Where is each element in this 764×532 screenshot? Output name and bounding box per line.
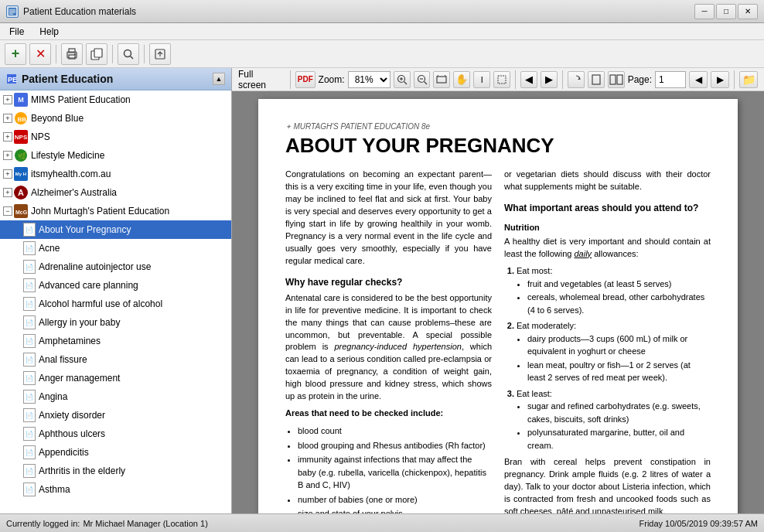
doc-right-column: or vegetarian diets should discuss with … (504, 169, 711, 513)
nps-toggle[interactable]: + (3, 132, 12, 142)
doc-intro: Congratulations on becoming an expectant… (285, 169, 492, 268)
tree-item-murtagh[interactable]: − McG John Murtagh's Patient Education (0, 202, 231, 220)
mims-icon: M (14, 93, 28, 107)
tree-item-alcohol[interactable]: 📄 Alcohol harmful use of alcohol (0, 295, 231, 313)
title-bar-left: Patient Education materials (6, 5, 136, 18)
page-input[interactable] (655, 71, 686, 88)
nutrition-list: Eat most: fruit and vegetables (at least… (517, 264, 711, 452)
export-button[interactable] (149, 43, 171, 65)
tree-item-about-pregnancy[interactable]: 📄 About Your Pregnancy (0, 220, 231, 239)
murtagh-toggle[interactable]: − (3, 206, 12, 216)
check-item-2: blood grouping and Rhesus antibodies (Rh… (298, 439, 492, 452)
main-container: PE Patient Education ▲ + M MIMS Patient … (0, 68, 764, 513)
doc-icon-adrenaline: 📄 (23, 260, 36, 274)
select-tool-button[interactable]: I (473, 71, 490, 88)
prev-page-button[interactable]: ◀ (520, 71, 537, 88)
tree-item-acne[interactable]: 📄 Acne (0, 239, 231, 257)
open-folder-button[interactable]: 📁 (739, 71, 758, 88)
beyondblue-icon: BB (14, 111, 28, 125)
doc-icon-appendicitis: 📄 (23, 445, 36, 459)
tree-item-anxiety[interactable]: 📄 Anxiety disorder (0, 406, 231, 425)
tree-item-lifestyle[interactable]: + 🌿 Lifestyle Medicine (0, 146, 231, 165)
check-item-5: size and state of your pelvis (298, 507, 492, 513)
mims-toggle[interactable]: + (3, 95, 12, 104)
tree-item-itsmy[interactable]: + My H itsmyhealth.com.au (0, 165, 231, 183)
svg-text:BB: BB (18, 116, 27, 123)
mims-label: MIMS Patient Education (31, 94, 131, 105)
tree-item-anal-fissure[interactable]: 📄 Anal fissure (0, 350, 231, 369)
print-button[interactable] (61, 43, 83, 65)
doc-icon-anxiety: 📄 (23, 408, 36, 422)
tree-item-beyondblue[interactable]: + BB Beyond Blue (0, 109, 231, 128)
doc-icon-angina: 📄 (23, 390, 36, 404)
appendicitis-label: Appendicitis (39, 447, 89, 458)
patient-education-icon: PE (6, 73, 17, 84)
lifestyle-label: Lifestyle Medicine (31, 150, 104, 161)
menu-help[interactable]: Help (33, 25, 65, 39)
zoom-select[interactable]: 81% (348, 71, 391, 88)
zoom-in-button[interactable] (394, 71, 411, 88)
page-forward-button[interactable]: ▶ (711, 71, 729, 88)
zoom-out-button[interactable] (414, 71, 431, 88)
fit-page-button[interactable] (588, 71, 605, 88)
search-button[interactable] (118, 43, 139, 65)
delete-button[interactable]: ✕ (29, 43, 51, 65)
copy-button[interactable] (86, 43, 107, 65)
tree-item-nps[interactable]: + NPS NPS (0, 128, 231, 146)
hand-tool-button[interactable]: ✋ (453, 71, 470, 88)
lifestyle-toggle[interactable]: + (3, 151, 12, 160)
tree-item-alzheimers[interactable]: + A Alzheimer's Australia (0, 183, 231, 202)
anger-label: Anger management (39, 373, 120, 384)
svg-text:🌿: 🌿 (18, 152, 27, 161)
marquee-tool-button[interactable] (493, 71, 510, 88)
fullscreen-label: Full screen (238, 69, 279, 90)
two-page-button[interactable] (608, 71, 625, 88)
user-name: Mr Michael Manager (Location 1) (83, 519, 207, 528)
viewer-sep-4 (734, 70, 735, 89)
viewer-sep-2 (515, 70, 516, 89)
asthma-label: Asthma (39, 484, 70, 495)
check-item-4: number of babies (one or more) (298, 493, 492, 506)
itsmy-toggle[interactable]: + (3, 169, 12, 179)
arthritis-label: Arthritis in the elderly (39, 466, 125, 476)
aphthous-label: Aphthous ulcers (39, 428, 105, 439)
toolbar-separator-3 (144, 45, 145, 63)
menu-file[interactable]: File (3, 25, 30, 39)
maximize-button[interactable]: □ (716, 4, 736, 19)
bran-note: Bran with cereal helps prevent constipat… (504, 456, 711, 513)
app-title: Patient Education materials (23, 6, 136, 17)
tree-item-anger[interactable]: 📄 Anger management (0, 369, 231, 387)
document-viewer[interactable]: ✦ MURTAGH'S PATIENT EDUCATION 8e ABOUT Y… (232, 91, 764, 513)
toolbar-separator-1 (56, 45, 56, 63)
svg-point-7 (74, 53, 76, 55)
svg-text:McG: McG (15, 210, 28, 215)
page-back-button[interactable]: ◀ (689, 71, 708, 88)
tree-item-arthritis[interactable]: 📄 Arthritis in the elderly (0, 462, 231, 480)
close-button[interactable]: ✕ (738, 4, 758, 19)
title-bar: Patient Education materials ─ □ ✕ (0, 0, 764, 23)
beyondblue-toggle[interactable]: + (3, 114, 12, 123)
tree-item-amphetamines[interactable]: 📄 Amphetamines (0, 332, 231, 350)
tree-item-advanced-care[interactable]: 📄 Advanced care planning (0, 276, 231, 295)
tree-item-mims[interactable]: + M MIMS Patient Education (0, 90, 231, 109)
tree-item-aphthous[interactable]: 📄 Aphthous ulcers (0, 425, 231, 443)
rotate-button[interactable] (568, 71, 585, 88)
fit-width-button[interactable] (433, 71, 450, 88)
tree-item-appendicitis[interactable]: 📄 Appendicitis (0, 443, 231, 462)
minimize-button[interactable]: ─ (694, 4, 715, 19)
doc-icon-acne: 📄 (23, 241, 36, 255)
tree-item-angina[interactable]: 📄 Angina (0, 387, 231, 406)
category-tree: + M MIMS Patient Education + BB Beyond B… (0, 90, 231, 513)
status-datetime: Friday 10/05/2019 09:39:57 AM (640, 519, 759, 528)
next-page-button[interactable]: ▶ (541, 71, 558, 88)
viewer-sep-3 (562, 70, 563, 89)
panel-scroll-up[interactable]: ▲ (213, 73, 225, 85)
add-button[interactable]: + (5, 43, 26, 65)
tree-item-asthma[interactable]: 📄 Asthma (0, 480, 231, 499)
doc-icon-anger: 📄 (23, 371, 36, 385)
svg-text:PE: PE (8, 76, 17, 84)
tree-item-adrenaline[interactable]: 📄 Adrenaline autoinjector use (0, 257, 231, 276)
allergy-label: Allergy in your baby (39, 317, 120, 328)
alzheimers-toggle[interactable]: + (3, 188, 12, 197)
tree-item-allergy[interactable]: 📄 Allergy in your baby (0, 313, 231, 332)
